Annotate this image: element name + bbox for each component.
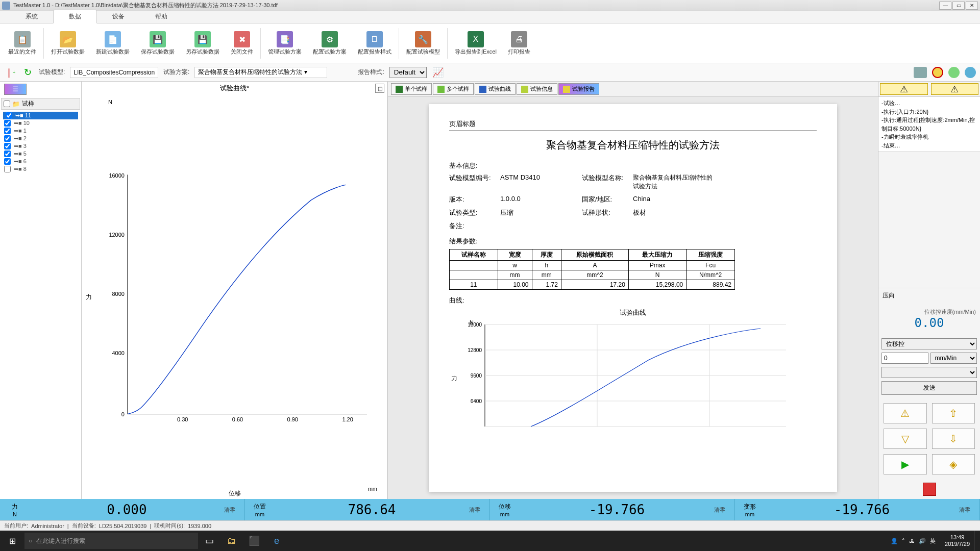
- saveas-data-button[interactable]: 💾另存试验数据: [181, 26, 225, 61]
- jog-down-warn-button[interactable]: ▽: [884, 429, 927, 449]
- export-excel-button[interactable]: X导出报告到Excel: [450, 26, 502, 61]
- tab-single-sample[interactable]: 单个试样: [391, 83, 432, 95]
- show-desktop-button[interactable]: [974, 531, 980, 551]
- sample-node[interactable]: ➥■ 1: [3, 127, 78, 135]
- close-button[interactable]: ✕: [966, 2, 978, 10]
- zero-button[interactable]: 清零: [469, 506, 489, 514]
- sample-node[interactable]: ➥■ 5: [3, 150, 78, 158]
- readout: 力N0.000清零: [0, 499, 245, 520]
- chart-preview-icon[interactable]: 📈: [432, 66, 444, 79]
- menu-device[interactable]: 设备: [97, 10, 140, 23]
- ribbon-toolbar: 📋最近的文件 📂打开试验数据 📄新建试验数据 💾保存试验数据 💾另存试验数据 ✖…: [0, 23, 980, 63]
- report-chart-svg: 16000 12800 9600 6400: [464, 319, 791, 432]
- sample-checkbox[interactable]: [4, 166, 11, 172]
- curve-section-label: 曲线:: [449, 296, 817, 305]
- alert-caution-icon[interactable]: ⚠: [931, 83, 979, 95]
- report-scroll[interactable]: 页眉标题 聚合物基复合材料压缩特性的试验方法 基本信息: 试验模型编号:ASTM…: [388, 97, 878, 499]
- settings-gear-icon[interactable]: [965, 67, 976, 78]
- ime-indicator[interactable]: 英: [930, 537, 936, 545]
- excel-icon: X: [468, 31, 484, 47]
- report-style-label: 报告样式:: [358, 68, 384, 77]
- chart-area[interactable]: 力 N 16000 12000 8000 4000 0 0.30 0.60 0.…: [82, 95, 387, 499]
- report-style-icon: 🗒: [366, 31, 383, 47]
- samples-tree-header[interactable]: 📁 试样: [1, 98, 80, 110]
- zero-button[interactable]: 清零: [714, 506, 734, 514]
- alert-warning-icon[interactable]: ⚠: [880, 83, 928, 95]
- system-tray[interactable]: 👤 ˄ 🖧 🔊 英: [886, 537, 941, 545]
- config-model-button[interactable]: 🔧配置试验模型: [401, 26, 445, 61]
- app-taskbar-icon[interactable]: ⬛: [243, 531, 265, 551]
- minimize-button[interactable]: —: [939, 2, 951, 10]
- task-view-icon[interactable]: ▭: [198, 531, 220, 551]
- sample-node[interactable]: ➥■ 2: [3, 135, 78, 142]
- report-chart: 力 N 16000 12800 9600 6400: [449, 319, 817, 437]
- jog-up-button[interactable]: ⇧: [932, 403, 975, 423]
- sample-checkbox[interactable]: [4, 135, 11, 142]
- sample-checkbox[interactable]: [6, 112, 12, 119]
- edge-icon[interactable]: e: [265, 531, 288, 551]
- new-data-button[interactable]: 📄新建试验数据: [91, 26, 135, 61]
- taskbar-search[interactable]: ○ 在此键入进行搜索: [24, 533, 198, 549]
- sample-checkbox[interactable]: [4, 143, 11, 149]
- sample-node[interactable]: ➥■ 6: [3, 158, 78, 165]
- volume-icon[interactable]: 🔊: [919, 538, 926, 544]
- zero-button[interactable]: 清零: [959, 506, 979, 514]
- sample-node[interactable]: ➥■ 11: [3, 112, 78, 119]
- close-file-button[interactable]: ✖关闭文件: [226, 26, 258, 61]
- recent-files-button[interactable]: 📋最近的文件: [3, 26, 41, 61]
- stop-button[interactable]: [923, 483, 936, 496]
- run-button[interactable]: ▶: [884, 454, 927, 474]
- status-warn-icon[interactable]: [932, 67, 943, 78]
- chart-popout-button[interactable]: ◱: [375, 84, 384, 93]
- control-mode-select[interactable]: 位移控: [881, 338, 977, 349]
- control-value-input[interactable]: [881, 353, 928, 364]
- sample-checkbox[interactable]: [4, 158, 11, 165]
- manage-plan-button[interactable]: 📑管理试验方案: [263, 26, 307, 61]
- sample-checkbox[interactable]: [4, 120, 11, 127]
- tab-test-report[interactable]: 试验报告: [558, 83, 599, 95]
- direction-label: 压向: [878, 288, 980, 303]
- status-ok-icon[interactable]: [948, 67, 960, 78]
- x-axis-label: 位移: [229, 489, 241, 498]
- sample-node[interactable]: ➥■ 10: [3, 119, 78, 127]
- start-button[interactable]: ⊞: [0, 531, 24, 551]
- people-icon[interactable]: 👤: [891, 538, 898, 544]
- print-report-button[interactable]: 🖨打印报告: [503, 26, 535, 61]
- sample-node[interactable]: ➥■ 8: [3, 165, 78, 173]
- samples-tab-icon[interactable]: ☰: [4, 84, 27, 95]
- maximize-button[interactable]: ▭: [952, 2, 965, 10]
- model-value: LIB_CompositesCompression: [70, 67, 158, 78]
- menu-system[interactable]: 系统: [10, 10, 53, 23]
- samples-root-checkbox[interactable]: [4, 101, 10, 107]
- tab-test-info[interactable]: 试验信息: [517, 83, 557, 95]
- tab-multi-sample[interactable]: 多个试样: [433, 83, 474, 95]
- control-extra-select[interactable]: [881, 367, 977, 378]
- config-plan-button[interactable]: ⚙配置试验方案: [308, 26, 352, 61]
- marker-add-icon[interactable]: ❘+: [4, 66, 16, 79]
- jog-up-warn-button[interactable]: ⚠: [884, 403, 927, 423]
- menu-data[interactable]: 数据: [53, 10, 97, 23]
- config-report-style-button[interactable]: 🗒配置报告样式: [353, 26, 397, 61]
- sample-checkbox[interactable]: [4, 151, 11, 157]
- menu-help[interactable]: 帮助: [140, 10, 183, 23]
- report-style-select[interactable]: Default: [389, 67, 427, 78]
- open-data-button[interactable]: 📂打开试验数据: [46, 26, 90, 61]
- device-icon[interactable]: [914, 67, 927, 78]
- taskbar-clock[interactable]: 13:492019/7/29: [941, 534, 974, 547]
- speed-value: 0.00: [883, 316, 976, 330]
- return-button[interactable]: ◈: [932, 454, 975, 474]
- jog-down-button[interactable]: ⇩: [932, 429, 975, 449]
- network-icon[interactable]: 🖧: [909, 538, 915, 544]
- sample-node[interactable]: ➥■ 3: [3, 142, 78, 150]
- control-unit-select[interactable]: mm/Min: [930, 353, 977, 364]
- tab-test-curve[interactable]: 试验曲线: [475, 83, 516, 95]
- plan-dropdown[interactable]: 聚合物基复合材料压缩特性的试验方法 ▾: [194, 67, 327, 78]
- svg-text:1.20: 1.20: [342, 416, 353, 422]
- save-data-button[interactable]: 💾保存试验数据: [136, 26, 180, 61]
- zero-button[interactable]: 清零: [224, 506, 244, 514]
- refresh-icon[interactable]: ↻: [21, 66, 34, 79]
- sample-checkbox[interactable]: [4, 128, 11, 134]
- file-explorer-icon[interactable]: 🗂: [220, 531, 243, 551]
- send-button[interactable]: 发送: [881, 381, 977, 395]
- tray-up-icon[interactable]: ˄: [902, 538, 905, 544]
